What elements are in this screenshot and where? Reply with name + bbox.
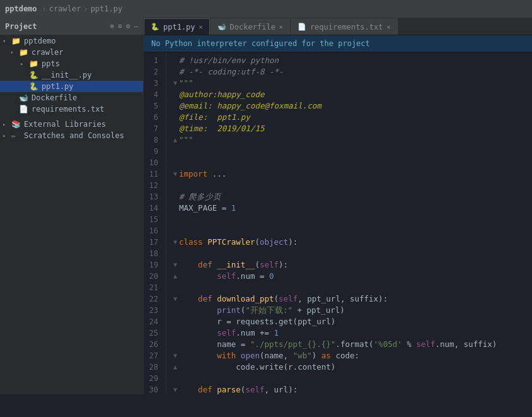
line-number: 23: [144, 305, 161, 316]
line-number: 12: [144, 180, 161, 191]
token-plain: .num, suffix): [435, 339, 497, 350]
text-tab-icon: 📄: [298, 23, 306, 31]
crawler-label: crawler: [32, 48, 64, 57]
tree-item[interactable]: ▸ 🐍 ppt1.py: [0, 81, 143, 92]
token-plain: [203, 237, 208, 248]
fold-gutter[interactable]: ▼: [171, 293, 179, 305]
token-self-kw: self: [245, 384, 264, 394]
code-line: ▼import ...: [171, 168, 532, 180]
code-line: name = "./ppts/ppt_{}.{}".format('%05d' …: [171, 339, 532, 350]
close-sidebar-icon[interactable]: —: [134, 22, 138, 30]
breadcrumb-sep1: ›: [42, 4, 47, 13]
tree-item[interactable]: ▾ 📁 crawler: [0, 47, 143, 58]
fold-gutter[interactable]: ▲: [171, 271, 179, 282]
tab-ppt1[interactable]: 🐍 ppt1.py ✕: [144, 18, 210, 35]
line-number: 21: [144, 282, 161, 293]
token-plain: [179, 384, 198, 394]
token-plain: .num =: [236, 271, 269, 282]
notification-bar: No Python interpreter configured for the…: [144, 35, 532, 52]
token-self-kw: self: [217, 271, 236, 282]
sidebar: Project ⊕ ≡ ⚙ — ▾ 📁 pptdemo ▾ 📁 crawler …: [0, 18, 144, 394]
line-number: 13: [144, 191, 161, 203]
code-area: 🐍 ppt1.py ✕ 🐋 Dockerfile ✕ 📄 requirement…: [144, 18, 532, 394]
code-line: @file: ppt1.py: [171, 112, 532, 123]
token-plain: , ppt_url, suffix):: [298, 293, 388, 305]
tree-item[interactable]: ▾ 📁 pptdemo: [0, 35, 143, 47]
line-number: 5: [144, 100, 161, 112]
line-number: 17: [144, 237, 161, 248]
folder-icon: 📁: [19, 48, 29, 57]
line-number: 27: [144, 350, 161, 361]
fold-gutter[interactable]: ▲: [171, 134, 179, 146]
token-comment: # 爬多少页: [179, 191, 221, 203]
line-number: 22: [144, 293, 161, 305]
sidebar-title: Project: [5, 22, 37, 31]
line-numbers: 1234567891011121314151617181920212223242…: [144, 52, 166, 394]
code-line: [171, 157, 532, 168]
fold-gutter[interactable]: ▲: [171, 361, 179, 373]
tab-requirements-label: requirements.txt: [310, 23, 383, 32]
line-number: 25: [144, 327, 161, 339]
fold-gutter[interactable]: ▼: [171, 237, 179, 248]
tab-close-requirements[interactable]: ✕: [386, 23, 390, 30]
token-str: '%05d': [374, 339, 402, 350]
line-number: 9: [144, 146, 161, 157]
code-line: r = requests.get(ppt_url): [171, 316, 532, 327]
token-kw: def: [198, 384, 212, 394]
tree-item[interactable]: ▸ 📚 External Libraries: [0, 119, 143, 130]
line-number: 8: [144, 134, 161, 146]
line-number: 19: [144, 259, 161, 271]
token-plain: (: [241, 384, 246, 394]
root-label: pptdemo: [24, 37, 56, 45]
line-number: 15: [144, 214, 161, 225]
code-line: @time: 2019/01/15: [171, 123, 532, 134]
token-plain: [179, 305, 217, 316]
token-comment: # -*- coding:utf-8 -*-: [179, 66, 284, 78]
settings-icon[interactable]: ⚙: [126, 22, 130, 30]
token-plain: (: [255, 259, 260, 271]
fold-gutter[interactable]: ▼: [171, 350, 179, 361]
tab-dockerfile[interactable]: 🐋 Dockerfile ✕: [211, 18, 290, 35]
tree-item[interactable]: ▸ ✏️ Scratches and Consoles: [0, 130, 143, 141]
tab-requirements[interactable]: 📄 requirements.txt ✕: [291, 18, 398, 35]
fold-gutter[interactable]: ▼: [171, 384, 179, 394]
line-number: 10: [144, 157, 161, 168]
token-plain: (: [241, 305, 246, 316]
tree-item[interactable]: ▸ 🐍 __init__.py: [0, 69, 143, 81]
code-content[interactable]: 1234567891011121314151617181920212223242…: [144, 52, 532, 394]
dockerfile-label: Dockerfile: [32, 93, 77, 102]
token-plain: ): [312, 350, 321, 361]
fold-gutter[interactable]: ▼: [171, 168, 179, 180]
tree-item[interactable]: ▸ 📄 requirements.txt: [0, 103, 143, 115]
code-line: # 爬多少页: [171, 191, 532, 203]
code-line: [171, 373, 532, 384]
token-plain: [212, 384, 217, 394]
token-decorator: @time: 2019/01/15: [179, 123, 264, 134]
tree-item[interactable]: ▸ 🐋 Dockerfile: [0, 92, 143, 103]
line-number: 6: [144, 112, 161, 123]
fold-gutter[interactable]: ▼: [171, 78, 179, 89]
token-self-kw: self: [279, 293, 298, 305]
chevron-right-icon: ▸: [3, 121, 11, 127]
add-icon[interactable]: ⊕: [110, 22, 115, 30]
tab-close-dockerfile[interactable]: ✕: [279, 23, 283, 30]
tree-item[interactable]: ▸ 📁 ppts: [0, 58, 143, 69]
token-kw: as: [321, 350, 331, 361]
token-num: 1: [274, 327, 279, 339]
tab-close-ppt1[interactable]: ✕: [199, 23, 203, 30]
collapse-icon[interactable]: ≡: [118, 22, 122, 30]
token-plain: [212, 293, 217, 305]
code-line: [171, 146, 532, 157]
code-line: MAX_PAGE = 1: [171, 203, 532, 214]
requirements-label: requirements.txt: [32, 105, 105, 114]
code-line: ▼ with open(name, "wb") as code:: [171, 350, 532, 361]
token-str: "wb": [293, 350, 312, 361]
token-str: """: [179, 134, 194, 146]
breadcrumb-part2: ppt1.py: [91, 4, 123, 13]
folder-icon: 📁: [29, 59, 39, 68]
fold-gutter[interactable]: ▼: [171, 259, 179, 271]
line-number: 11: [144, 168, 161, 180]
token-plain: [179, 327, 217, 339]
token-kw: def: [198, 293, 212, 305]
token-builtin: object: [260, 237, 288, 248]
